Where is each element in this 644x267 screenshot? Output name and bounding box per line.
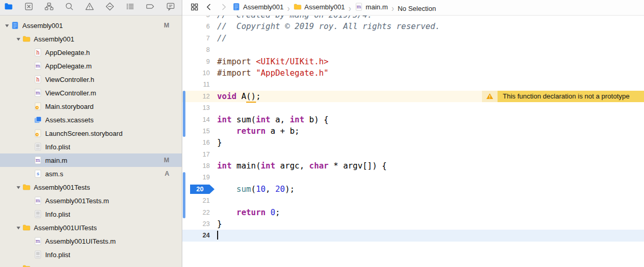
line-number[interactable]: 10	[182, 67, 210, 79]
tree-item-info-plist[interactable]: Info.plist	[0, 140, 182, 153]
tree-item-info-plist[interactable]: Info.plist	[0, 207, 182, 221]
code-line-8[interactable]: 8	[182, 44, 644, 55]
line-number[interactable]: 18	[182, 160, 210, 172]
tree-item-assembly001uitests[interactable]: Assembly001UITests	[0, 221, 182, 234]
report-navigator-button[interactable]	[165, 3, 176, 13]
code-line-24[interactable]: 24	[182, 230, 644, 241]
code-line-5[interactable]: 5// Created by mang on 2019/5/4.	[182, 16, 644, 21]
tree-item-viewcontroller-m[interactable]: mViewController.m	[0, 86, 182, 100]
code-line-9[interactable]: 9#import <UIKit/UIKit.h>	[182, 56, 644, 67]
test-navigator-button[interactable]	[104, 3, 115, 13]
breadcrumb-item[interactable]: Assembly001	[232, 3, 284, 11]
tree-item-label: Info.plist	[45, 210, 70, 218]
disclosure-triangle-icon[interactable]	[15, 184, 22, 190]
tree-item-assets-xcassets[interactable]: Assets.xcassets	[0, 113, 182, 127]
line-number[interactable]: 24	[182, 230, 210, 241]
code-area[interactable]: 5// Created by mang on 2019/5/4.6// Copy…	[182, 16, 644, 242]
project-navigator-button[interactable]	[3, 3, 14, 13]
tree-item-main-storyboard[interactable]: Main.storyboard	[0, 100, 182, 113]
breadcrumb-separator: ›	[345, 3, 355, 13]
back-button[interactable]	[203, 2, 214, 13]
line-number[interactable]: 5	[182, 16, 210, 21]
code-text: }	[210, 218, 222, 230]
tree-item-main-m[interactable]: mmain.mM	[0, 153, 182, 167]
line-number[interactable]: 12	[182, 91, 210, 102]
code-line-21[interactable]: 21	[182, 195, 644, 206]
line-number[interactable]: 17	[182, 149, 210, 160]
tree-item-asm-s[interactable]: sasm.sA	[0, 167, 182, 180]
find-navigator-button[interactable]	[64, 3, 74, 13]
line-number[interactable]: 16	[182, 137, 210, 148]
code-line-19[interactable]: 19	[182, 172, 644, 183]
line-number[interactable]: 8	[182, 44, 210, 55]
code-line-20[interactable]: 20 sum(10, 20);	[182, 184, 644, 195]
code-text	[210, 230, 218, 241]
tree-item-assembly001tests[interactable]: Assembly001Tests	[0, 180, 182, 194]
breakpoint-navigator-button[interactable]	[145, 3, 155, 13]
warning-triangle-icon	[486, 93, 493, 100]
tree-item-viewcontroller-h[interactable]: hViewController.h	[0, 73, 182, 86]
line-number[interactable]: 7	[182, 33, 210, 44]
code-editor[interactable]: 5// Created by mang on 2019/5/4.6// Copy…	[182, 16, 644, 267]
disclosure-triangle-icon[interactable]	[15, 36, 22, 42]
status-badge: M	[164, 22, 169, 29]
related-items-button[interactable]	[189, 2, 200, 13]
code-line-13[interactable]: 13	[182, 102, 644, 114]
breadcrumb-item[interactable]: No Selection	[398, 5, 436, 12]
source-control-navigator-button[interactable]	[23, 3, 34, 13]
warning-chip[interactable]	[482, 91, 498, 102]
code-line-22[interactable]: 22 return 0;	[182, 207, 644, 218]
disclosure-spacer	[26, 171, 34, 177]
code-line-15[interactable]: 15 return a + b;	[182, 125, 644, 137]
warning-annotation[interactable]: This function declaration is not a proto…	[482, 91, 644, 102]
line-number[interactable]: 22	[182, 207, 210, 218]
issue-navigator-icon	[85, 2, 95, 13]
breakpoint-marker[interactable]: 20	[190, 185, 214, 194]
code-line-6[interactable]: 6// Copyright © 2019 roy. All rights res…	[182, 21, 644, 32]
line-number[interactable]: 15	[182, 125, 210, 137]
code-line-10[interactable]: 10#import "AppDelegate.h"	[182, 67, 644, 79]
svg-text:m: m	[35, 157, 40, 163]
s-file-icon: s	[34, 170, 42, 178]
code-line-16[interactable]: 16}	[182, 137, 644, 148]
code-line-7[interactable]: 7//	[182, 33, 644, 44]
breadcrumb-item[interactable]: Assembly001	[293, 3, 345, 11]
code-line-11[interactable]: 11	[182, 79, 644, 90]
tree-item-label: Assembly001Tests	[34, 184, 90, 191]
tree-item-assembly001[interactable]: Assembly001	[0, 32, 182, 46]
code-line-23[interactable]: 23}	[182, 218, 644, 230]
forward-button[interactable]	[218, 2, 229, 13]
line-number[interactable]: 9	[182, 56, 210, 67]
disclosure-triangle-icon[interactable]	[15, 224, 22, 231]
source-control-navigator-icon	[24, 2, 34, 13]
tree-item-appdelegate-m[interactable]: mAppDelegate.m	[0, 59, 182, 73]
code-line-14[interactable]: 14int sum(int a, int b) {	[182, 114, 644, 125]
breakpoint-gutter[interactable]: 20	[182, 184, 210, 195]
tree-item-assembly001tests-m[interactable]: mAssembly001Tests.m	[0, 194, 182, 207]
line-number[interactable]: 14	[182, 114, 210, 125]
tree-item-partial[interactable]	[0, 261, 182, 267]
code-line-17[interactable]: 17	[182, 149, 644, 160]
breadcrumb-item[interactable]: mmain.m	[355, 3, 388, 11]
line-number[interactable]: 21	[182, 195, 210, 206]
tree-item-label: Info.plist	[45, 251, 70, 259]
disclosure-triangle-icon[interactable]	[3, 22, 11, 29]
disclosure-spacer	[26, 76, 34, 82]
tree-item-launchscreen-storyboard[interactable]: LaunchScreen.storyboard	[0, 127, 182, 140]
tree-item-info-plist[interactable]: Info.plist	[0, 248, 182, 261]
tree-item-assembly001uitests-m[interactable]: mAssembly001UITests.m	[0, 234, 182, 248]
issue-navigator-button[interactable]	[84, 3, 95, 13]
debug-navigator-button[interactable]	[125, 3, 135, 13]
tree-item-appdelegate-h[interactable]: hAppDelegate.h	[0, 46, 182, 59]
line-number[interactable]: 23	[182, 218, 210, 230]
disclosure-triangle-icon[interactable]	[15, 265, 22, 267]
line-number[interactable]: 11	[182, 79, 210, 90]
code-line-18[interactable]: 18int main(int argc, char * argv[]) {	[182, 160, 644, 172]
line-number[interactable]: 13	[182, 102, 210, 114]
line-number[interactable]: 6	[182, 21, 210, 32]
tree-item-assembly001[interactable]: Assembly001M	[0, 19, 182, 32]
disclosure-spacer	[26, 63, 34, 69]
symbol-navigator-button[interactable]	[44, 3, 54, 13]
tree-item-label: ViewController.m	[45, 89, 96, 97]
line-number[interactable]: 19	[182, 172, 210, 183]
